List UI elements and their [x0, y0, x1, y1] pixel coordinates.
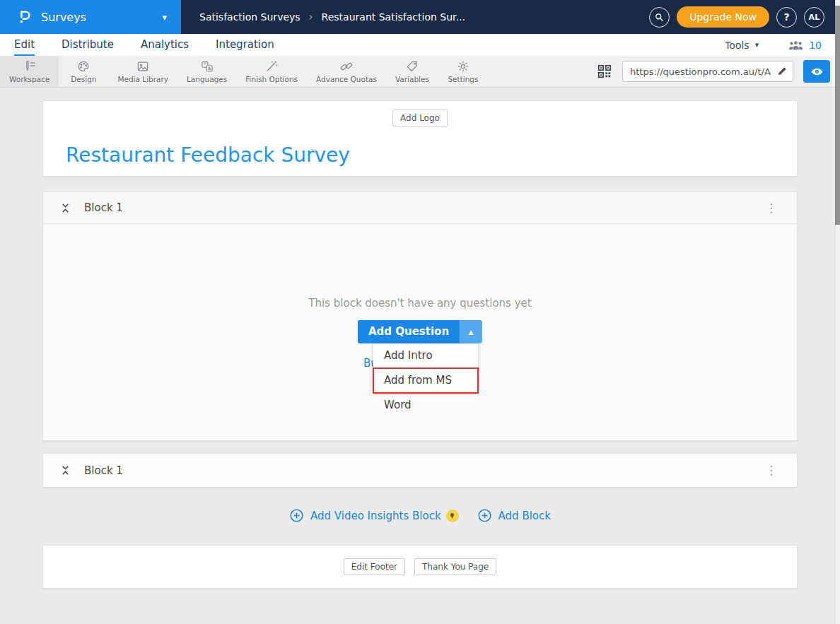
tab-distribute[interactable]: Distribute [62, 34, 114, 56]
toolbar-item-languages[interactable]: Languages [177, 56, 236, 87]
people-group-icon [788, 40, 803, 50]
search-button[interactable] [649, 7, 670, 28]
add-block-link[interactable]: Add Block [477, 508, 551, 523]
toolbar-label: Workspace [9, 75, 49, 83]
block-menu-kebab-icon[interactable]: ⋮ [762, 202, 780, 214]
languages-translate-icon [200, 59, 214, 73]
collaborators-button[interactable]: 10 [788, 40, 822, 51]
survey-header-card: Add Logo Restaurant Feedback Survey [42, 100, 798, 177]
add-question-split-button: Add Question ▲ [358, 320, 482, 343]
tab-edit[interactable]: Edit [14, 34, 35, 56]
block-name[interactable]: Block 1 [84, 201, 123, 214]
add-question-menu: Add Intro Add from MS Word [373, 343, 478, 393]
eye-icon [810, 65, 824, 78]
qr-code-icon[interactable] [597, 64, 612, 79]
quotas-link-icon [339, 59, 354, 73]
header-actions: Upgrade Now ? AL [649, 6, 840, 28]
questionpro-logo-icon [17, 9, 33, 25]
toolbar-item-advance-quotas[interactable]: Advance Quotas [307, 56, 386, 87]
toolbar-item-variables[interactable]: Variables [386, 56, 438, 87]
toolbar-right [597, 56, 840, 87]
toolbar-label: Settings [448, 75, 478, 83]
collapse-block-icon[interactable] [60, 202, 71, 214]
toolbar-label: Finish Options [245, 75, 298, 83]
avatar[interactable]: AL [804, 7, 824, 28]
empty-block-message: This block doesn't have any questions ye… [43, 297, 797, 310]
top-header: Surveys ▾ Satisfaction Surveys › Restaur… [0, 0, 840, 34]
toolbar-item-media-library[interactable]: Media Library [108, 56, 177, 87]
toolbar-item-design[interactable]: Design [59, 56, 108, 87]
help-icon: ? [783, 11, 789, 23]
chevron-down-icon: ▾ [162, 12, 167, 23]
help-button[interactable]: ? [776, 7, 797, 28]
product-switcher[interactable]: Surveys ▾ [0, 0, 181, 34]
survey-url-field [622, 61, 793, 82]
media-image-icon [136, 59, 150, 73]
tab-integration[interactable]: Integration [216, 34, 274, 56]
survey-title[interactable]: Restaurant Feedback Survey [66, 143, 350, 167]
edit-url-pencil-icon[interactable] [776, 65, 788, 77]
toolbar-item-finish-options[interactable]: Finish Options [236, 56, 307, 87]
variables-tag-icon [405, 59, 419, 73]
breadcrumb-folder[interactable]: Satisfaction Surveys [199, 11, 301, 23]
add-block-label: Add Block [498, 510, 551, 522]
upgrade-now-button[interactable]: Upgrade Now [677, 6, 769, 28]
nav-row: Edit Distribute Analytics Integration To… [0, 34, 840, 56]
lightbulb-icon [448, 512, 456, 520]
design-palette-icon [76, 59, 91, 73]
add-question-button[interactable]: Add Question [358, 320, 460, 343]
breadcrumb: Satisfaction Surveys › Restaurant Satisf… [199, 11, 465, 23]
product-name: Surveys [41, 11, 86, 24]
block-menu-kebab-icon[interactable]: ⋮ [762, 464, 780, 476]
settings-gear-icon [456, 59, 470, 73]
survey-footer-card: Edit Footer Thank You Page [42, 545, 798, 589]
toolbar-label: Advance Quotas [316, 75, 377, 83]
thank-you-page-button[interactable]: Thank You Page [414, 558, 496, 575]
menu-item-add-from-ms-word[interactable]: Add from MS Word [373, 368, 478, 393]
preview-button[interactable] [803, 60, 830, 83]
toolbar-item-workspace[interactable]: Workspace [0, 56, 59, 87]
collapse-block-icon[interactable] [60, 464, 71, 476]
workspace-icon [23, 59, 37, 73]
plus-circle-icon [477, 508, 492, 523]
breadcrumb-separator-icon: › [309, 11, 313, 23]
block-card-1: Block 1 ⋮ This block doesn't have any qu… [42, 192, 798, 441]
toolbar-label: Languages [187, 75, 227, 83]
nav-right: Tools ▾ 10 [725, 40, 822, 51]
tools-menu[interactable]: Tools ▾ [725, 40, 759, 51]
chevron-up-icon: ▲ [469, 329, 474, 336]
edit-footer-button[interactable]: Edit Footer [344, 558, 405, 575]
finish-wand-icon [264, 59, 279, 73]
toolbar-label: Media Library [117, 75, 168, 83]
premium-badge [446, 510, 459, 522]
tools-label: Tools [725, 40, 749, 51]
scrollbar-track[interactable] [835, 0, 840, 624]
breadcrumb-survey-name[interactable]: Restaurant Satisfaction Sur... [322, 11, 465, 23]
chevron-down-icon: ▾ [755, 40, 759, 49]
collaborators-count: 10 [809, 40, 822, 51]
block-header: Block 1 ⋮ [43, 454, 797, 487]
search-icon [654, 12, 665, 23]
add-block-row: Add Video Insights Block Add Block [0, 508, 840, 523]
tab-analytics[interactable]: Analytics [141, 34, 189, 56]
block-name[interactable]: Block 1 [84, 464, 123, 477]
toolbar-label: Variables [395, 75, 429, 83]
scrollbar-thumb[interactable] [835, 6, 840, 225]
editor-toolbar: Workspace Design Media Library Languages [0, 56, 840, 88]
add-logo-button[interactable]: Add Logo [392, 110, 448, 126]
add-video-insights-block-link[interactable]: Add Video Insights Block [289, 508, 459, 523]
toolbar-label: Design [71, 75, 96, 83]
toolbar-item-settings[interactable]: Settings [438, 56, 488, 87]
block-header: Block 1 ⋮ [43, 192, 797, 224]
plus-circle-icon [289, 508, 304, 523]
menu-item-add-intro[interactable]: Add Intro [373, 343, 478, 368]
section-tabs: Edit Distribute Analytics Integration [14, 34, 274, 56]
add-video-insights-label: Add Video Insights Block [310, 510, 441, 522]
add-question-dropdown-toggle[interactable]: ▲ [460, 320, 482, 343]
block-card-2: Block 1 ⋮ [42, 453, 798, 488]
survey-url-input[interactable] [622, 61, 793, 82]
